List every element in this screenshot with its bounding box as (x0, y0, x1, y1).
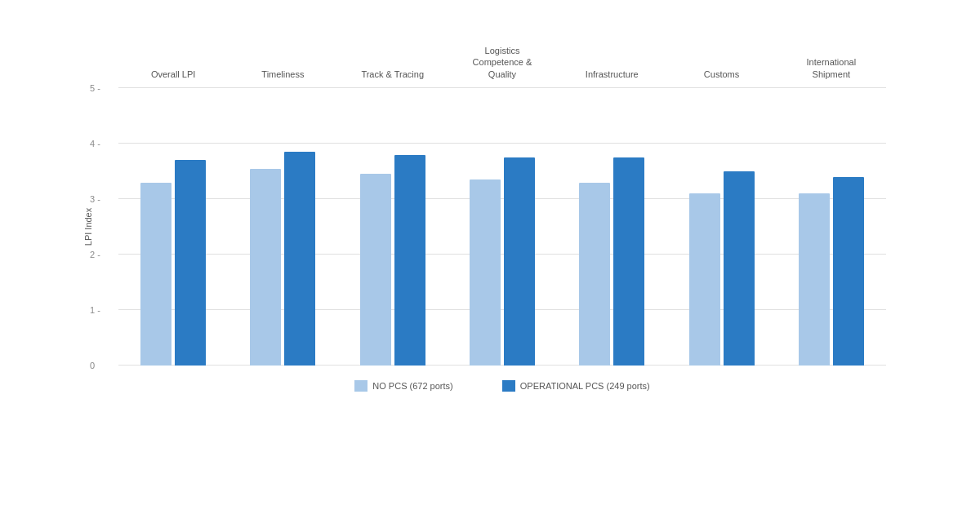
chart-area: LPI Index 01 -2 -3 -4 -5 - (118, 88, 886, 366)
column-label: Timeliness (238, 69, 327, 80)
column-labels: Overall LPITimelinessTrack & TracingLogi… (118, 45, 886, 80)
bar-no-pcs (689, 193, 720, 366)
bar-group (348, 155, 438, 366)
bar-op-pcs (724, 171, 755, 366)
bar-group (128, 160, 218, 366)
bar-op-pcs (394, 155, 425, 366)
bar-op-pcs (284, 152, 315, 366)
chart-container: Overall LPITimelinessTrack & TracingLogi… (61, 29, 919, 485)
bar-no-pcs (360, 174, 391, 366)
y-axis-label: 5 - (90, 83, 100, 93)
bar-op-pcs (613, 157, 644, 366)
legend: NO PCS (672 ports)OPERATIONAL PCS (249 p… (118, 380, 886, 392)
bar-no-pcs (250, 169, 281, 366)
bar-op-pcs (504, 157, 535, 366)
y-axis-label: 1 - (90, 305, 100, 315)
column-label: Infrastructure (567, 69, 657, 80)
legend-swatch (502, 380, 515, 392)
legend-item: OPERATIONAL PCS (249 ports) (502, 380, 650, 392)
bar-no-pcs (799, 193, 830, 366)
y-axis-label: 3 - (90, 194, 100, 204)
bar-group (677, 171, 767, 366)
bar-no-pcs (470, 179, 501, 366)
legend-label: OPERATIONAL PCS (249 ports) (520, 381, 650, 391)
bar-group (567, 157, 657, 366)
y-axis-label: 0 (90, 361, 95, 370)
column-label: LogisticsCompetence &Quality (457, 45, 547, 80)
y-axis-title: LPI Index (83, 208, 93, 246)
bar-group (457, 157, 547, 366)
column-label: InternationalShipment (786, 56, 876, 80)
legend-item: NO PCS (672 ports) (354, 380, 452, 392)
column-label: Track & Tracing (348, 69, 438, 80)
bar-no-pcs (579, 183, 610, 366)
y-axis-label: 2 - (90, 250, 100, 259)
bar-group (786, 177, 876, 366)
bar-group (238, 152, 327, 366)
bars-row (118, 88, 886, 366)
column-label: Overall LPI (128, 69, 218, 80)
bar-op-pcs (175, 160, 206, 366)
legend-swatch (354, 380, 368, 392)
legend-label: NO PCS (672 ports) (372, 381, 452, 391)
bar-op-pcs (833, 177, 864, 366)
column-label: Customs (677, 69, 767, 80)
bar-no-pcs (140, 183, 172, 366)
y-axis-label: 4 - (90, 139, 100, 148)
